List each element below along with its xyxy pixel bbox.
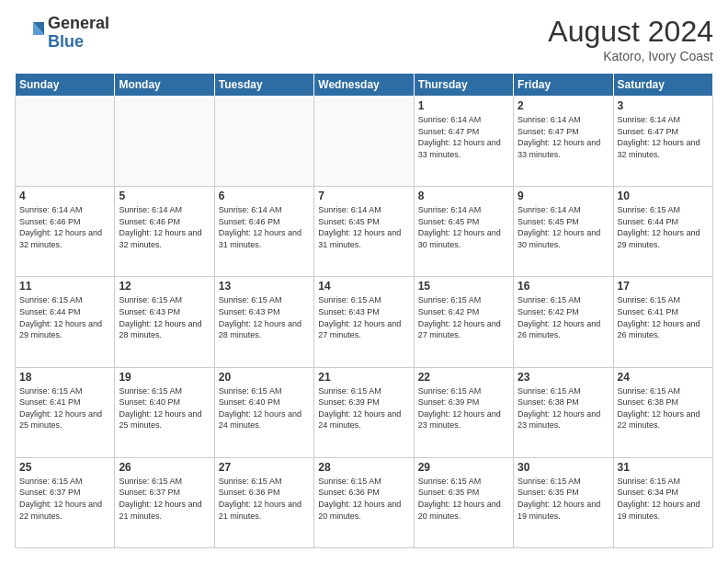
day-number: 19 (119, 371, 210, 384)
day-number: 26 (119, 461, 210, 474)
day-number: 31 (618, 461, 709, 474)
day-number: 27 (219, 461, 310, 474)
calendar-week-0: 1Sunrise: 6:14 AM Sunset: 6:47 PM Daylig… (16, 97, 713, 187)
day-info: Sunrise: 6:14 AM Sunset: 6:47 PM Dayligh… (518, 114, 609, 160)
col-sunday: Sunday (16, 74, 115, 97)
calendar-cell: 30Sunrise: 6:15 AM Sunset: 6:35 PM Dayli… (514, 457, 613, 547)
day-info: Sunrise: 6:15 AM Sunset: 6:44 PM Dayligh… (19, 294, 110, 340)
day-number: 28 (318, 461, 409, 474)
title-block: August 2024 Katoro, Ivory Coast (548, 15, 713, 63)
day-info: Sunrise: 6:15 AM Sunset: 6:39 PM Dayligh… (418, 385, 509, 431)
day-info: Sunrise: 6:15 AM Sunset: 6:36 PM Dayligh… (219, 476, 310, 522)
calendar-cell: 12Sunrise: 6:15 AM Sunset: 6:43 PM Dayli… (115, 277, 214, 367)
calendar-cell: 4Sunrise: 6:14 AM Sunset: 6:46 PM Daylig… (16, 187, 115, 277)
day-info: Sunrise: 6:14 AM Sunset: 6:45 PM Dayligh… (418, 204, 509, 250)
col-wednesday: Wednesday (314, 74, 414, 97)
day-number: 6 (219, 190, 310, 202)
calendar-cell: 6Sunrise: 6:14 AM Sunset: 6:46 PM Daylig… (214, 187, 313, 277)
calendar-cell: 10Sunrise: 6:15 AM Sunset: 6:44 PM Dayli… (613, 187, 712, 277)
day-info: Sunrise: 6:14 AM Sunset: 6:45 PM Dayligh… (518, 204, 609, 250)
calendar-cell: 22Sunrise: 6:15 AM Sunset: 6:39 PM Dayli… (414, 367, 513, 457)
calendar-cell: 28Sunrise: 6:15 AM Sunset: 6:36 PM Dayli… (314, 457, 414, 547)
col-monday: Monday (115, 74, 214, 97)
header: General Blue August 2024 Katoro, Ivory C… (15, 15, 713, 63)
calendar-cell: 15Sunrise: 6:15 AM Sunset: 6:42 PM Dayli… (414, 277, 513, 367)
day-info: Sunrise: 6:14 AM Sunset: 6:46 PM Dayligh… (219, 204, 310, 250)
calendar-week-3: 18Sunrise: 6:15 AM Sunset: 6:41 PM Dayli… (16, 367, 713, 457)
day-info: Sunrise: 6:14 AM Sunset: 6:45 PM Dayligh… (318, 204, 409, 250)
calendar-cell: 5Sunrise: 6:14 AM Sunset: 6:46 PM Daylig… (115, 187, 214, 277)
day-number: 4 (19, 190, 110, 202)
logo-text: General Blue (48, 15, 109, 52)
calendar-cell: 14Sunrise: 6:15 AM Sunset: 6:43 PM Dayli… (314, 277, 414, 367)
calendar-cell (214, 97, 313, 187)
calendar-week-4: 25Sunrise: 6:15 AM Sunset: 6:37 PM Dayli… (16, 457, 713, 547)
day-number: 5 (119, 190, 210, 202)
day-info: Sunrise: 6:15 AM Sunset: 6:39 PM Dayligh… (318, 385, 409, 431)
calendar-week-2: 11Sunrise: 6:15 AM Sunset: 6:44 PM Dayli… (16, 277, 713, 367)
calendar-cell (115, 97, 214, 187)
day-info: Sunrise: 6:14 AM Sunset: 6:47 PM Dayligh… (418, 114, 509, 160)
day-number: 30 (518, 461, 609, 474)
day-number: 23 (518, 371, 609, 384)
day-info: Sunrise: 6:15 AM Sunset: 6:43 PM Dayligh… (119, 294, 210, 340)
day-number: 12 (119, 280, 210, 293)
day-number: 25 (19, 461, 110, 474)
day-info: Sunrise: 6:15 AM Sunset: 6:43 PM Dayligh… (219, 294, 310, 340)
month-year-title: August 2024 (548, 15, 713, 49)
location-subtitle: Katoro, Ivory Coast (548, 49, 713, 63)
calendar-cell: 9Sunrise: 6:14 AM Sunset: 6:45 PM Daylig… (514, 187, 613, 277)
day-number: 8 (418, 190, 509, 202)
calendar-cell: 8Sunrise: 6:14 AM Sunset: 6:45 PM Daylig… (414, 187, 513, 277)
day-info: Sunrise: 6:15 AM Sunset: 6:38 PM Dayligh… (518, 385, 609, 431)
col-tuesday: Tuesday (214, 74, 313, 97)
day-info: Sunrise: 6:15 AM Sunset: 6:38 PM Dayligh… (618, 385, 709, 431)
day-info: Sunrise: 6:14 AM Sunset: 6:47 PM Dayligh… (618, 114, 709, 160)
day-number: 9 (518, 190, 609, 202)
calendar-cell: 27Sunrise: 6:15 AM Sunset: 6:36 PM Dayli… (214, 457, 313, 547)
day-number: 3 (618, 99, 709, 112)
day-info: Sunrise: 6:14 AM Sunset: 6:46 PM Dayligh… (19, 204, 110, 250)
logo-general-text: General (48, 15, 109, 33)
day-number: 14 (318, 280, 409, 293)
day-info: Sunrise: 6:15 AM Sunset: 6:35 PM Dayligh… (418, 476, 509, 522)
col-saturday: Saturday (613, 74, 712, 97)
calendar-cell (16, 97, 115, 187)
day-info: Sunrise: 6:14 AM Sunset: 6:46 PM Dayligh… (119, 204, 210, 250)
day-number: 1 (418, 99, 509, 112)
day-number: 13 (219, 280, 310, 293)
calendar-cell: 13Sunrise: 6:15 AM Sunset: 6:43 PM Dayli… (214, 277, 313, 367)
calendar-cell: 3Sunrise: 6:14 AM Sunset: 6:47 PM Daylig… (613, 97, 712, 187)
day-number: 2 (518, 99, 609, 112)
calendar-cell: 29Sunrise: 6:15 AM Sunset: 6:35 PM Dayli… (414, 457, 513, 547)
day-number: 29 (418, 461, 509, 474)
calendar-cell: 16Sunrise: 6:15 AM Sunset: 6:42 PM Dayli… (514, 277, 613, 367)
day-info: Sunrise: 6:15 AM Sunset: 6:37 PM Dayligh… (19, 476, 110, 522)
day-number: 15 (418, 280, 509, 293)
calendar-cell: 7Sunrise: 6:14 AM Sunset: 6:45 PM Daylig… (314, 187, 414, 277)
day-number: 18 (19, 371, 110, 384)
day-info: Sunrise: 6:15 AM Sunset: 6:41 PM Dayligh… (19, 385, 110, 431)
logo-icon (15, 18, 44, 48)
calendar-cell (314, 97, 414, 187)
calendar-cell: 26Sunrise: 6:15 AM Sunset: 6:37 PM Dayli… (115, 457, 214, 547)
day-info: Sunrise: 6:15 AM Sunset: 6:44 PM Dayligh… (618, 204, 709, 250)
calendar-cell: 1Sunrise: 6:14 AM Sunset: 6:47 PM Daylig… (414, 97, 513, 187)
logo: General Blue (15, 15, 109, 52)
day-info: Sunrise: 6:15 AM Sunset: 6:35 PM Dayligh… (518, 476, 609, 522)
day-info: Sunrise: 6:15 AM Sunset: 6:37 PM Dayligh… (119, 476, 210, 522)
day-number: 16 (518, 280, 609, 293)
day-number: 20 (219, 371, 310, 384)
day-number: 10 (618, 190, 709, 202)
calendar-cell: 18Sunrise: 6:15 AM Sunset: 6:41 PM Dayli… (16, 367, 115, 457)
page: General Blue August 2024 Katoro, Ivory C… (0, 0, 728, 563)
col-thursday: Thursday (414, 74, 513, 97)
day-number: 24 (618, 371, 709, 384)
logo-blue-text: Blue (48, 33, 109, 52)
calendar-cell: 11Sunrise: 6:15 AM Sunset: 6:44 PM Dayli… (16, 277, 115, 367)
day-number: 17 (618, 280, 709, 293)
col-friday: Friday (514, 74, 613, 97)
calendar-cell: 17Sunrise: 6:15 AM Sunset: 6:41 PM Dayli… (613, 277, 712, 367)
day-info: Sunrise: 6:15 AM Sunset: 6:42 PM Dayligh… (418, 294, 509, 340)
day-number: 21 (318, 371, 409, 384)
